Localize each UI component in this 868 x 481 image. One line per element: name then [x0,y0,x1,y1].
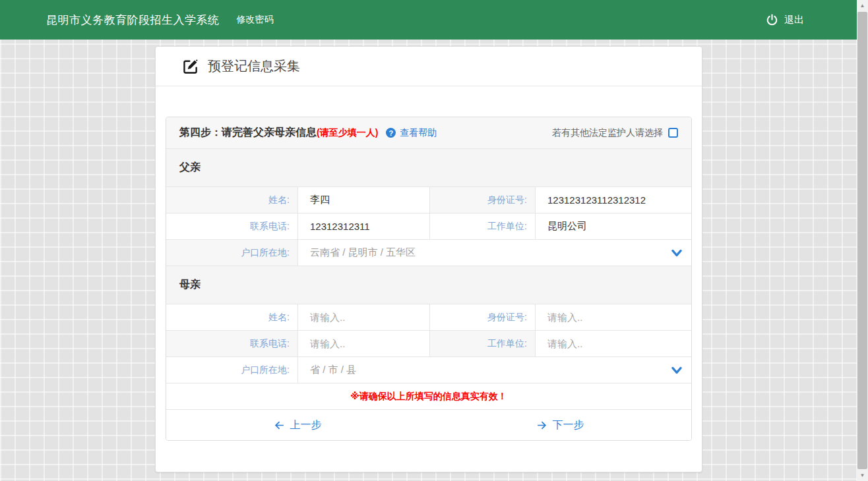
mother-name-label: 姓名: [166,304,298,330]
prev-step-label: 上一步 [290,418,322,432]
step-note: (请至少填一人) [317,127,378,139]
mother-row-residence: 户口所在地: 省 / 市 / 县 [166,357,691,383]
card-body: 第四步：请完善父亲母亲信息 (请至少填一人) ? 查看帮助 若有其他法定监护人请… [156,86,702,441]
question-circle-icon: ? [386,128,396,138]
arrow-right-icon [536,420,547,431]
father-name-label: 姓名: [166,187,298,213]
scrollbar-thumb[interactable] [857,12,867,469]
mother-residence-placeholder: 省 / 市 / 县 [310,364,356,376]
logout-label: 退出 [784,14,804,26]
scroll-down-icon[interactable]: ▼ [857,470,868,481]
power-icon [766,14,778,26]
father-residence-label: 户口所在地: [166,240,298,266]
mother-row-phone-employer: 联系电话: 工作单位: [166,331,691,357]
mother-employer-input[interactable] [547,338,691,349]
logout-button[interactable]: 退出 [766,14,804,26]
father-name-input[interactable] [310,194,429,206]
father-section-title: 父亲 [179,161,201,175]
mother-residence-label: 户口所在地: [166,357,298,383]
chevron-down-icon [671,249,682,257]
mother-name-input[interactable] [310,312,429,323]
navbar-brand[interactable]: 昆明市义务教育阶段招生入学系统 [46,13,220,28]
father-phone-label: 联系电话: [166,213,298,239]
help-link-label: 查看帮助 [400,127,437,139]
scroll-up-icon[interactable]: ▲ [857,0,868,11]
other-guardian-option: 若有其他法定监护人请选择 [552,127,678,139]
mother-employer-label: 工作单位: [430,331,536,356]
father-row-residence: 户口所在地: 云南省 / 昆明市 / 五华区 [166,240,691,266]
change-password-link[interactable]: 修改密码 [237,14,274,26]
mother-section-title: 母亲 [179,278,201,292]
father-phone-input[interactable] [310,221,429,232]
father-residence-value: 云南省 / 昆明市 / 五华区 [310,246,416,259]
step-header: 第四步：请完善父亲母亲信息 (请至少填一人) ? 查看帮助 若有其他法定监护人请… [166,117,691,149]
form-panel: 第四步：请完善父亲母亲信息 (请至少填一人) ? 查看帮助 若有其他法定监护人请… [166,117,692,441]
mother-section-header: 母亲 [166,266,691,304]
father-id-label: 身份证号: [430,187,536,213]
navbar: 昆明市义务教育阶段招生入学系统 修改密码 退出 [0,0,857,40]
mother-phone-label: 联系电话: [166,331,298,356]
prev-step-button[interactable]: 上一步 [274,418,322,432]
chevron-down-icon [671,366,682,374]
father-residence-select[interactable]: 云南省 / 昆明市 / 五华区 [298,240,691,266]
warning-row: ※请确保以上所填写的信息真实有效！ [166,383,691,410]
page-title: 预登记信息采集 [208,57,300,75]
father-row-phone-employer: 联系电话: 工作单位: [166,213,691,240]
mother-residence-select[interactable]: 省 / 市 / 县 [298,357,691,383]
arrow-left-icon [274,420,285,431]
father-id-input[interactable] [547,194,691,206]
warning-text: ※请确保以上所填写的信息真实有效！ [350,391,507,403]
view-help-link[interactable]: ? 查看帮助 [386,127,437,139]
father-section-header: 父亲 [166,149,691,187]
other-guardian-label: 若有其他法定监护人请选择 [552,127,663,139]
mother-row-name-id: 姓名: 身份证号: [166,304,691,331]
father-employer-label: 工作单位: [430,213,536,239]
step-navigation: 上一步 下一步 [166,410,691,440]
registration-card: 预登记信息采集 第四步：请完善父亲母亲信息 (请至少填一人) ? 查看帮助 若有… [155,46,702,472]
other-guardian-checkbox[interactable] [668,128,678,138]
father-row-name-id: 姓名: 身份证号: [166,187,691,213]
card-header: 预登记信息采集 [156,47,702,86]
next-step-label: 下一步 [553,418,584,432]
mother-id-label: 身份证号: [430,304,536,330]
mother-id-input[interactable] [547,312,691,323]
vertical-scrollbar[interactable]: ▲ ▼ [857,0,868,481]
next-step-button[interactable]: 下一步 [536,418,584,432]
mother-phone-input[interactable] [310,338,429,349]
pencil-square-icon [182,58,199,75]
father-employer-input[interactable] [547,221,691,232]
step-title: 第四步：请完善父亲母亲信息 [179,126,317,140]
